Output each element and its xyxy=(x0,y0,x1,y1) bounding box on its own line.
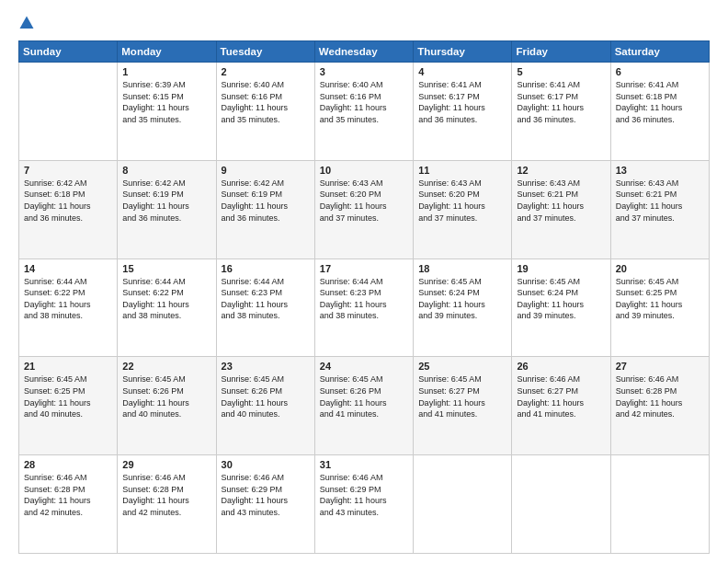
day-info: Sunrise: 6:44 AMSunset: 6:22 PMDaylight:… xyxy=(24,276,112,322)
day-number: 28 xyxy=(24,459,112,470)
day-info: Sunrise: 6:45 AMSunset: 6:24 PMDaylight:… xyxy=(418,276,506,322)
cell-1-7: 6Sunrise: 6:41 AMSunset: 6:18 PMDaylight… xyxy=(610,63,709,161)
cell-2-2: 8Sunrise: 6:42 AMSunset: 6:19 PMDaylight… xyxy=(118,160,216,259)
day-info: Sunrise: 6:41 AMSunset: 6:17 PMDaylight:… xyxy=(517,79,605,125)
cell-4-7: 27Sunrise: 6:46 AMSunset: 6:28 PMDayligh… xyxy=(610,357,709,455)
day-number: 5 xyxy=(517,66,605,77)
day-info: Sunrise: 6:43 AMSunset: 6:21 PMDaylight:… xyxy=(616,178,704,224)
day-number: 18 xyxy=(418,263,506,274)
day-number: 26 xyxy=(517,361,605,372)
day-number: 31 xyxy=(320,459,408,470)
day-number: 30 xyxy=(222,459,310,470)
day-info: Sunrise: 6:44 AMSunset: 6:22 PMDaylight:… xyxy=(122,276,210,322)
cell-1-5: 4Sunrise: 6:41 AMSunset: 6:17 PMDaylight… xyxy=(414,63,512,161)
day-info: Sunrise: 6:45 AMSunset: 6:26 PMDaylight:… xyxy=(320,373,408,419)
cell-3-6: 19Sunrise: 6:45 AMSunset: 6:24 PMDayligh… xyxy=(512,259,610,357)
week-row-5: 28Sunrise: 6:46 AMSunset: 6:28 PMDayligh… xyxy=(19,455,710,554)
cell-3-7: 20Sunrise: 6:45 AMSunset: 6:25 PMDayligh… xyxy=(610,259,709,357)
cell-2-6: 12Sunrise: 6:43 AMSunset: 6:21 PMDayligh… xyxy=(512,160,610,259)
col-header-tuesday: Tuesday xyxy=(216,41,314,63)
day-info: Sunrise: 6:46 AMSunset: 6:27 PMDaylight:… xyxy=(517,373,605,419)
day-info: Sunrise: 6:45 AMSunset: 6:26 PMDaylight:… xyxy=(222,373,310,419)
day-info: Sunrise: 6:46 AMSunset: 6:28 PMDaylight:… xyxy=(24,472,112,518)
day-info: Sunrise: 6:42 AMSunset: 6:19 PMDaylight:… xyxy=(122,178,210,224)
cell-1-4: 3Sunrise: 6:40 AMSunset: 6:16 PMDaylight… xyxy=(314,63,413,161)
cell-3-2: 15Sunrise: 6:44 AMSunset: 6:22 PMDayligh… xyxy=(118,259,216,357)
day-info: Sunrise: 6:45 AMSunset: 6:24 PMDaylight:… xyxy=(517,276,605,322)
cell-3-4: 17Sunrise: 6:44 AMSunset: 6:23 PMDayligh… xyxy=(314,259,413,357)
day-number: 4 xyxy=(418,66,506,77)
cell-5-7 xyxy=(610,455,709,554)
cell-1-1 xyxy=(19,63,118,161)
day-number: 15 xyxy=(122,263,210,274)
week-row-2: 7Sunrise: 6:42 AMSunset: 6:18 PMDaylight… xyxy=(19,160,710,259)
day-number: 17 xyxy=(320,263,408,274)
day-info: Sunrise: 6:46 AMSunset: 6:29 PMDaylight:… xyxy=(320,472,408,518)
cell-4-3: 23Sunrise: 6:45 AMSunset: 6:26 PMDayligh… xyxy=(216,357,314,455)
cell-5-6 xyxy=(512,455,610,554)
cell-4-4: 24Sunrise: 6:45 AMSunset: 6:26 PMDayligh… xyxy=(314,357,413,455)
cell-5-5 xyxy=(414,455,512,554)
cell-1-3: 2Sunrise: 6:40 AMSunset: 6:16 PMDaylight… xyxy=(216,63,314,161)
day-info: Sunrise: 6:42 AMSunset: 6:19 PMDaylight:… xyxy=(222,178,310,224)
day-number: 11 xyxy=(418,165,506,176)
day-info: Sunrise: 6:41 AMSunset: 6:18 PMDaylight:… xyxy=(616,79,704,125)
day-number: 12 xyxy=(517,165,605,176)
day-number: 25 xyxy=(418,361,506,372)
day-info: Sunrise: 6:45 AMSunset: 6:26 PMDaylight:… xyxy=(122,373,210,419)
svg-marker-0 xyxy=(20,17,34,29)
day-number: 7 xyxy=(24,165,112,176)
col-header-wednesday: Wednesday xyxy=(314,41,413,63)
day-number: 3 xyxy=(320,66,408,77)
cell-5-4: 31Sunrise: 6:46 AMSunset: 6:29 PMDayligh… xyxy=(314,455,413,554)
page: SundayMondayTuesdayWednesdayThursdayFrid… xyxy=(0,0,728,563)
day-info: Sunrise: 6:40 AMSunset: 6:16 PMDaylight:… xyxy=(222,79,310,125)
day-info: Sunrise: 6:46 AMSunset: 6:28 PMDaylight:… xyxy=(616,373,704,419)
day-number: 24 xyxy=(320,361,408,372)
cell-2-7: 13Sunrise: 6:43 AMSunset: 6:21 PMDayligh… xyxy=(610,160,709,259)
cell-1-6: 5Sunrise: 6:41 AMSunset: 6:17 PMDaylight… xyxy=(512,63,610,161)
cell-5-3: 30Sunrise: 6:46 AMSunset: 6:29 PMDayligh… xyxy=(216,455,314,554)
day-info: Sunrise: 6:40 AMSunset: 6:16 PMDaylight:… xyxy=(320,79,408,125)
day-info: Sunrise: 6:39 AMSunset: 6:15 PMDaylight:… xyxy=(122,79,210,125)
header-row: SundayMondayTuesdayWednesdayThursdayFrid… xyxy=(19,41,710,63)
col-header-friday: Friday xyxy=(512,41,610,63)
header xyxy=(18,15,710,31)
day-info: Sunrise: 6:45 AMSunset: 6:25 PMDaylight:… xyxy=(616,276,704,322)
day-info: Sunrise: 6:44 AMSunset: 6:23 PMDaylight:… xyxy=(320,276,408,322)
day-info: Sunrise: 6:43 AMSunset: 6:21 PMDaylight:… xyxy=(517,178,605,224)
week-row-3: 14Sunrise: 6:44 AMSunset: 6:22 PMDayligh… xyxy=(19,259,710,357)
col-header-monday: Monday xyxy=(118,41,216,63)
week-row-4: 21Sunrise: 6:45 AMSunset: 6:25 PMDayligh… xyxy=(19,357,710,455)
cell-4-6: 26Sunrise: 6:46 AMSunset: 6:27 PMDayligh… xyxy=(512,357,610,455)
day-number: 19 xyxy=(517,263,605,274)
calendar-table: SundayMondayTuesdayWednesdayThursdayFrid… xyxy=(18,40,710,554)
cell-2-1: 7Sunrise: 6:42 AMSunset: 6:18 PMDaylight… xyxy=(19,160,118,259)
cell-4-5: 25Sunrise: 6:45 AMSunset: 6:27 PMDayligh… xyxy=(414,357,512,455)
day-number: 21 xyxy=(24,361,112,372)
cell-2-4: 10Sunrise: 6:43 AMSunset: 6:20 PMDayligh… xyxy=(314,160,413,259)
cell-1-2: 1Sunrise: 6:39 AMSunset: 6:15 PMDaylight… xyxy=(118,63,216,161)
cell-5-1: 28Sunrise: 6:46 AMSunset: 6:28 PMDayligh… xyxy=(19,455,118,554)
cell-3-3: 16Sunrise: 6:44 AMSunset: 6:23 PMDayligh… xyxy=(216,259,314,357)
cell-3-5: 18Sunrise: 6:45 AMSunset: 6:24 PMDayligh… xyxy=(414,259,512,357)
day-number: 20 xyxy=(616,263,704,274)
day-number: 10 xyxy=(320,165,408,176)
day-number: 22 xyxy=(122,361,210,372)
cell-5-2: 29Sunrise: 6:46 AMSunset: 6:28 PMDayligh… xyxy=(118,455,216,554)
logo-icon xyxy=(18,15,35,31)
cell-2-5: 11Sunrise: 6:43 AMSunset: 6:20 PMDayligh… xyxy=(414,160,512,259)
day-info: Sunrise: 6:43 AMSunset: 6:20 PMDaylight:… xyxy=(320,178,408,224)
day-info: Sunrise: 6:44 AMSunset: 6:23 PMDaylight:… xyxy=(222,276,310,322)
col-header-sunday: Sunday xyxy=(19,41,118,63)
cell-4-1: 21Sunrise: 6:45 AMSunset: 6:25 PMDayligh… xyxy=(19,357,118,455)
week-row-1: 1Sunrise: 6:39 AMSunset: 6:15 PMDaylight… xyxy=(19,63,710,161)
day-number: 16 xyxy=(222,263,310,274)
col-header-saturday: Saturday xyxy=(610,41,709,63)
day-info: Sunrise: 6:46 AMSunset: 6:28 PMDaylight:… xyxy=(122,472,210,518)
cell-4-2: 22Sunrise: 6:45 AMSunset: 6:26 PMDayligh… xyxy=(118,357,216,455)
day-info: Sunrise: 6:42 AMSunset: 6:18 PMDaylight:… xyxy=(24,178,112,224)
day-number: 9 xyxy=(222,165,310,176)
day-number: 1 xyxy=(122,66,210,77)
day-number: 13 xyxy=(616,165,704,176)
